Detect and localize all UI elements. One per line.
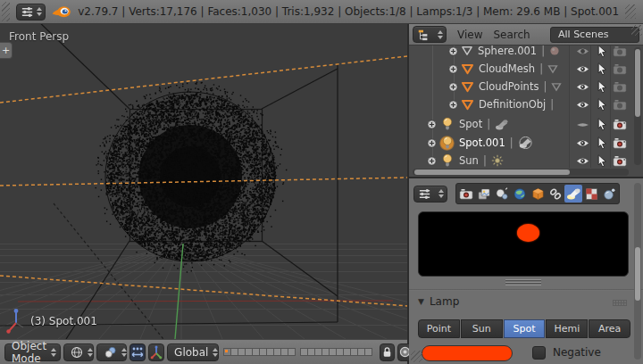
outliner-row-cloudpoints[interactable]: CloudPoints| [409, 78, 643, 95]
pivot-icon [104, 346, 117, 359]
visibility-toggle[interactable] [575, 154, 589, 168]
manipulator-toggle-button[interactable] [129, 343, 146, 361]
outliner-row-cloudmesh[interactable]: CloudMesh| [409, 60, 643, 78]
object-name[interactable]: Sun [459, 154, 479, 167]
lock-to-scene-button[interactable] [380, 343, 395, 361]
spot-data-icon [495, 119, 509, 130]
plus-circle-icon [427, 120, 437, 129]
editor-type-selector-info[interactable] [16, 4, 46, 21]
viewport-shading-dropdown[interactable] [63, 343, 94, 361]
viewport-3d-scene[interactable] [0, 24, 407, 339]
negative-checkbox[interactable] [532, 346, 546, 360]
renderability-toggle[interactable] [613, 154, 627, 168]
tab-render-layers[interactable] [475, 185, 493, 203]
lamp-type-spot[interactable]: Spot [504, 319, 546, 338]
outliner-vscrollbar[interactable] [634, 47, 641, 165]
panel-resize-grip[interactable] [505, 279, 541, 285]
visibility-toggle[interactable] [575, 136, 589, 150]
editor-switch-arrows [37, 7, 42, 16]
object-name[interactable]: Spot.001 [459, 136, 505, 149]
scene-icon [495, 187, 509, 201]
tab-object[interactable] [529, 185, 547, 203]
tab-lamp-data[interactable] [564, 185, 582, 203]
menu-search[interactable]: Search [493, 29, 530, 41]
manipulator-axes-button[interactable] [148, 343, 164, 361]
lamp-type-area[interactable]: Area [589, 319, 630, 338]
renderability-toggle[interactable] [613, 62, 627, 76]
layers-group-2 [301, 348, 372, 356]
selectability-toggle[interactable] [595, 118, 609, 131]
dropdown-arrows-icon [88, 348, 93, 357]
separator: | [541, 46, 545, 57]
tab-world[interactable] [511, 185, 529, 203]
object-name[interactable]: Sphere.001 [478, 46, 537, 57]
outliner-row-spot[interactable]: Spot| [409, 115, 643, 133]
object-name[interactable]: CloudPoints [479, 80, 539, 93]
lamp-color-swatch[interactable] [422, 345, 513, 361]
selectability-toggle[interactable] [595, 136, 609, 150]
lamp-panel-header[interactable]: ▼ Lamp [418, 295, 459, 308]
editor-switch-arrows [438, 189, 444, 198]
outliner-row-sphere-001[interactable]: Sphere.001| [409, 46, 643, 60]
visibility-toggle[interactable] [575, 118, 589, 131]
renderability-toggle[interactable] [613, 118, 627, 131]
mesh-triangle-orange-icon [461, 63, 474, 75]
selectability-toggle[interactable] [595, 80, 609, 94]
object-name[interactable]: CloudMesh [479, 62, 535, 75]
editor-corner-grip[interactable] [2, 2, 10, 21]
lamp-type-hemi[interactable]: Hemi [546, 319, 588, 338]
pivot-point-dropdown[interactable] [96, 343, 127, 361]
renderability-toggle[interactable] [613, 98, 627, 112]
layer-cell-20[interactable] [364, 348, 372, 356]
menu-view[interactable]: View [457, 29, 482, 41]
lamp-preview-panel[interactable] [418, 211, 629, 277]
tab-texture[interactable] [582, 185, 600, 203]
world-icon [513, 187, 527, 201]
outliner-row-definitionobj[interactable]: DefinitionObj| [409, 95, 643, 113]
renderability-toggle[interactable] [613, 46, 627, 58]
tab-constraints[interactable] [547, 185, 564, 203]
properties-editor-icon [418, 187, 431, 201]
lamp-type-sun[interactable]: Sun [461, 319, 503, 338]
constraints-icon [548, 187, 563, 201]
panel-drag-dots[interactable] [613, 300, 627, 306]
separator: | [483, 154, 487, 167]
outliner-row-spot-001[interactable]: Spot.001| [409, 134, 643, 152]
display-mode-dropdown[interactable]: All Scenes [550, 27, 639, 43]
editor-corner-grip[interactable] [411, 351, 422, 362]
outliner-hscrollbar[interactable] [413, 169, 629, 176]
lamp-object-icon [439, 136, 455, 151]
renderability-toggle[interactable] [613, 80, 627, 94]
selectability-toggle[interactable] [595, 98, 609, 112]
orientation-dropdown[interactable]: Global [167, 343, 219, 361]
outliner-editor-icon [417, 29, 430, 41]
mode-dropdown[interactable]: Object Mode [4, 343, 61, 361]
outliner-editor: View Search All Scenes Sphere.001|CloudM… [409, 24, 643, 177]
tab-physics[interactable] [600, 185, 618, 203]
object-name[interactable]: Spot [459, 118, 482, 130]
visibility-toggle[interactable] [575, 46, 589, 58]
plus-circle-icon [448, 100, 458, 110]
editor-type-selector-outliner[interactable] [413, 26, 447, 43]
dropdown-arrows-icon [51, 348, 56, 357]
toolshelf-expand-button[interactable]: + [0, 42, 13, 59]
editor-type-selector-properties[interactable] [413, 186, 447, 203]
properties-vscrollbar[interactable] [634, 183, 641, 360]
renderability-toggle[interactable] [613, 136, 627, 150]
selectability-toggle[interactable] [595, 46, 609, 58]
tab-render[interactable] [457, 185, 475, 203]
outliner-row-sun[interactable]: Sun| [409, 152, 643, 170]
lamp-type-point[interactable]: Point [418, 319, 460, 338]
editor-corner-grip[interactable] [631, 25, 642, 36]
mesh-triangle-orange-icon [461, 81, 474, 93]
visibility-toggle[interactable] [575, 98, 589, 112]
layer-cell-10[interactable] [288, 348, 296, 356]
tab-scene[interactable] [493, 185, 511, 203]
visibility-toggle[interactable] [575, 62, 589, 76]
window-corner-grip[interactable] [625, 4, 636, 19]
visibility-toggle[interactable] [575, 80, 589, 94]
selectability-toggle[interactable] [595, 62, 609, 76]
plus-circle-icon [448, 46, 458, 56]
object-name[interactable]: DefinitionObj [479, 98, 546, 111]
selectability-toggle[interactable] [595, 154, 609, 168]
